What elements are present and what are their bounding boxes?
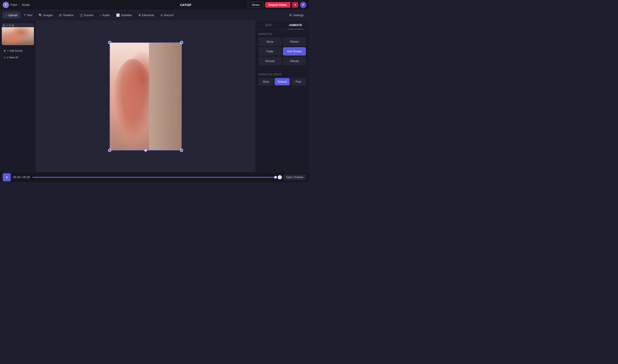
settings-label: Settings bbox=[293, 13, 304, 17]
record-icon: ⊙ bbox=[160, 13, 163, 17]
images-button[interactable]: 🔍 Images bbox=[36, 12, 56, 18]
canvas-container[interactable]: ↻ bbox=[110, 42, 182, 150]
add-scene-icon: ⊕ bbox=[4, 49, 6, 52]
animation-grid: None Flicker Fade Hue Rotate Reveal Vibr… bbox=[258, 38, 306, 65]
speed-grid: Slow Default Fast bbox=[258, 78, 306, 85]
scene-delete-icon[interactable]: 🗑 bbox=[12, 24, 14, 27]
upload-button[interactable]: ↑ Upload bbox=[3, 12, 20, 18]
scenes-icon: ◫ bbox=[80, 13, 83, 17]
scenes-button[interactable]: ◫ Scenes bbox=[77, 12, 96, 18]
current-time: 05.00 bbox=[13, 175, 20, 179]
bottom-bar: ⏸ 05.00 / 05.00 ⊙ Open Timeline bbox=[0, 172, 309, 182]
animation-section: ANIMATION None Flicker Fade Hue Rotate R… bbox=[255, 30, 309, 70]
images-label: Images bbox=[43, 13, 53, 17]
animation-hue-rotate-button[interactable]: Hue Rotate bbox=[283, 47, 306, 55]
export-dropdown-button[interactable]: ▾ bbox=[292, 2, 298, 8]
audio-label: Audio bbox=[103, 13, 110, 17]
upload-label: Upload bbox=[8, 13, 17, 17]
settings-button[interactable]: ⚙ Settings bbox=[287, 12, 306, 18]
add-scene-button[interactable]: ⊕ + Add Scene bbox=[2, 48, 34, 54]
speed-slow-button[interactable]: Slow bbox=[258, 78, 273, 85]
open-timeline-area: ⊙ Open Timeline bbox=[278, 174, 306, 180]
speed-section: ANIMATION SPEED Slow Default Fast bbox=[255, 70, 309, 87]
timeline-icon: ⊟ bbox=[59, 13, 62, 17]
open-timeline-button[interactable]: Open Timeline bbox=[283, 174, 306, 180]
scene-thumbnail[interactable]: 5s ≡ ⧉ 🗑 bbox=[2, 23, 34, 45]
handle-top-left[interactable] bbox=[108, 41, 111, 44]
handle-bottom-center[interactable]: ↻ bbox=[144, 149, 147, 152]
text-label: Text bbox=[27, 13, 32, 17]
audio-button[interactable]: ♪ Audio bbox=[97, 12, 113, 18]
project-title: CATGIF bbox=[125, 3, 246, 7]
breadcrumb-studio[interactable]: Studio bbox=[22, 3, 30, 7]
add-scene-label: + Add Scene bbox=[7, 49, 23, 52]
breadcrumb: Peter › Studio bbox=[10, 3, 30, 7]
sidebar-actions: ⊕ + Add Scene ≡ ≡ View All bbox=[2, 48, 34, 60]
settings-icon: ⚙ bbox=[289, 13, 292, 17]
record-button[interactable]: ⊙ Record bbox=[158, 12, 176, 18]
audio-icon: ♪ bbox=[100, 13, 101, 17]
animation-flicker-button[interactable]: Flicker bbox=[283, 38, 306, 46]
sidebar: 5s ≡ ⧉ 🗑 ⊕ + Add Scene ≡ ≡ View All bbox=[0, 21, 36, 172]
user-avatar[interactable]: P bbox=[300, 2, 306, 8]
animation-section-label: ANIMATION bbox=[258, 33, 306, 35]
timeline-circle-inner: ⊙ bbox=[279, 176, 281, 178]
top-bar-right: Share Export Video ▾ P bbox=[248, 2, 306, 8]
panel-tabs: EDIT ANIMATE bbox=[255, 21, 309, 30]
upload-icon: ↑ bbox=[6, 13, 7, 17]
text-button[interactable]: T Text bbox=[21, 12, 35, 18]
subtitles-button[interactable]: ⬜ Subtitles bbox=[114, 12, 135, 18]
breadcrumb-user[interactable]: Peter bbox=[10, 3, 17, 7]
elements-button[interactable]: ⊕ Elements bbox=[136, 12, 157, 18]
timeline-progress-bar[interactable] bbox=[32, 177, 276, 178]
handle-top-right[interactable] bbox=[180, 41, 183, 44]
user-initial-small: P bbox=[5, 4, 7, 6]
view-all-label: ≡ View All bbox=[7, 56, 18, 59]
toolbar: ↑ Upload T Text 🔍 Images ⊟ Timeline ◫ Sc… bbox=[0, 10, 309, 21]
subtitles-icon: ⬜ bbox=[116, 13, 120, 17]
right-panel: EDIT ANIMATE ANIMATION None Flicker Fade… bbox=[255, 21, 309, 172]
breadcrumb-sep: › bbox=[19, 3, 20, 7]
scene-image bbox=[2, 27, 34, 45]
timeline-progress-fill bbox=[32, 177, 276, 178]
scenes-label: Scenes bbox=[84, 13, 93, 17]
speed-section-label: ANIMATION SPEED bbox=[258, 73, 306, 76]
export-video-button[interactable]: Export Video bbox=[265, 2, 290, 8]
scene-time: 5s bbox=[3, 24, 5, 27]
view-all-button[interactable]: ≡ ≡ View All bbox=[2, 55, 34, 60]
pause-icon: ⏸ bbox=[5, 175, 8, 179]
scene-image-inner bbox=[2, 27, 34, 45]
speed-fast-button[interactable]: Fast bbox=[291, 78, 306, 85]
text-icon: T bbox=[24, 13, 26, 17]
animation-vibrate-button[interactable]: Vibrate bbox=[283, 57, 306, 65]
top-bar-left: P Peter › Studio bbox=[3, 2, 124, 8]
timeline-button[interactable]: ⊟ Timeline bbox=[56, 12, 76, 18]
handle-bottom-right[interactable] bbox=[180, 149, 183, 152]
scene-copy-icon[interactable]: ⧉ bbox=[9, 24, 11, 27]
subtitles-label: Subtitles bbox=[121, 13, 132, 17]
record-label: Record bbox=[164, 13, 173, 17]
elements-icon: ⊕ bbox=[138, 13, 141, 17]
pause-button[interactable]: ⏸ bbox=[3, 173, 11, 181]
animation-reveal-button[interactable]: Reveal bbox=[258, 57, 282, 65]
tab-animate[interactable]: ANIMATE bbox=[282, 21, 309, 29]
speed-default-button[interactable]: Default bbox=[275, 78, 289, 85]
main-layout: 5s ≡ ⧉ 🗑 ⊕ + Add Scene ≡ ≡ View All bbox=[0, 21, 309, 172]
canvas-area: ↻ bbox=[36, 21, 255, 172]
timeline-scrubber[interactable] bbox=[274, 176, 277, 179]
user-initial: P bbox=[302, 3, 304, 7]
top-bar: P Peter › Studio CATGIF Share Export Vid… bbox=[0, 0, 309, 10]
time-display: 05.00 / 05.00 bbox=[13, 175, 30, 179]
timeline-circle-icon: ⊙ bbox=[278, 175, 282, 179]
elements-label: Elements bbox=[142, 13, 154, 17]
handle-bottom-left[interactable] bbox=[108, 149, 111, 152]
timeline-label: Timeline bbox=[63, 13, 74, 17]
canvas-image bbox=[110, 42, 182, 150]
scene-controls: 5s ≡ ⧉ 🗑 bbox=[2, 23, 34, 27]
view-all-icon: ≡ bbox=[4, 56, 5, 59]
share-button[interactable]: Share bbox=[248, 2, 263, 8]
user-avatar-small: P bbox=[3, 2, 9, 8]
tab-edit[interactable]: EDIT bbox=[255, 21, 282, 29]
animation-none-button[interactable]: None bbox=[258, 38, 282, 46]
animation-fade-button[interactable]: Fade bbox=[258, 47, 282, 55]
